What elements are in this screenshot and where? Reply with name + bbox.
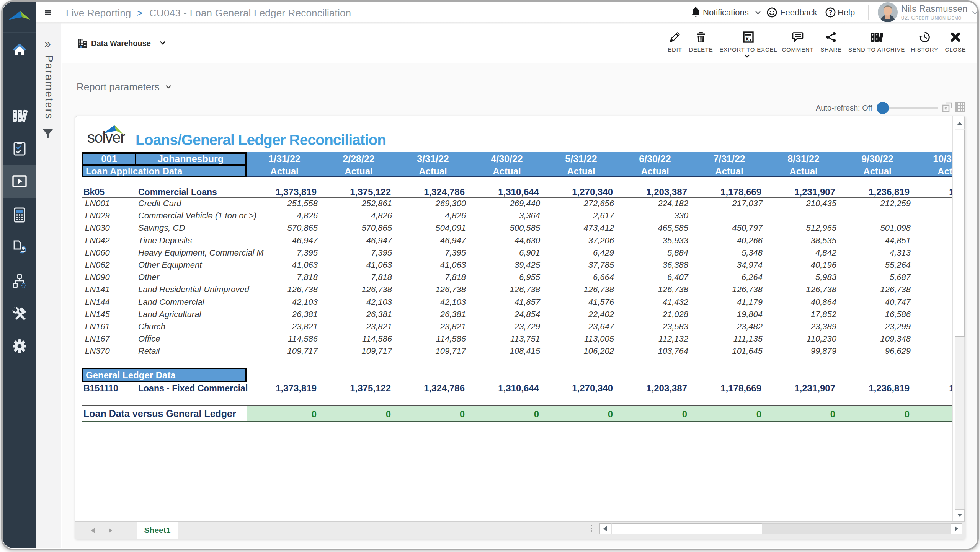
svg-text:X: X — [745, 36, 749, 42]
svg-text:?: ? — [829, 9, 833, 16]
